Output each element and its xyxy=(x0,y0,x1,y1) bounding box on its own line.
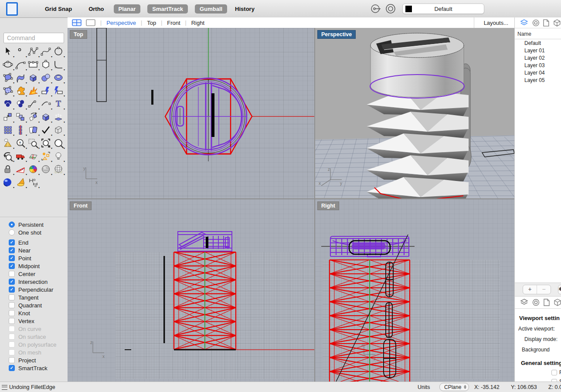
box-tool-icon[interactable]: ▾ xyxy=(27,72,40,84)
units-label[interactable]: Units xyxy=(418,384,430,390)
single-viewport-icon[interactable] xyxy=(86,19,95,26)
checkbox-icon[interactable]: ✓ xyxy=(9,263,15,269)
osnap-checkbox-point[interactable]: ✓Point xyxy=(0,254,68,262)
record-target-icon[interactable] xyxy=(385,3,396,14)
set-cplane-tool-icon[interactable]: ▾ xyxy=(27,150,40,163)
layer-row-layer-04[interactable]: Layer 04 xyxy=(515,69,561,76)
osnap-checkbox-center[interactable]: Center xyxy=(0,270,68,278)
viewport-front[interactable]: zx Front xyxy=(68,199,314,382)
flatten-row[interactable]: Fl xyxy=(551,369,561,375)
render-tool-icon[interactable]: ▾ xyxy=(2,177,14,189)
lights-tool-icon[interactable]: ▾ xyxy=(53,150,65,163)
key-icon[interactable] xyxy=(370,3,381,14)
active-layer-dropdown[interactable]: Default xyxy=(402,3,484,14)
linear-array-tool-icon[interactable]: ▾ xyxy=(15,124,27,136)
object-properties-panel-icon[interactable] xyxy=(553,19,561,27)
layer-row-layer-02[interactable]: Layer 02 xyxy=(515,54,561,61)
mesh-surface-tool-icon[interactable]: ▾ xyxy=(2,85,14,97)
status-menu-icon[interactable] xyxy=(2,385,7,390)
cplane-dropdown[interactable]: CPlane xyxy=(439,383,469,391)
document-panel-icon[interactable] xyxy=(544,299,550,306)
checkbox-icon[interactable] xyxy=(9,334,15,340)
layer-row-layer-03[interactable]: Layer 03 xyxy=(515,61,561,69)
osnap-radio-persistent[interactable]: Persistent xyxy=(0,221,68,228)
hide-objects-tool-icon[interactable]: ▾ xyxy=(2,137,14,150)
four-viewports-icon[interactable] xyxy=(72,19,82,26)
checkbox-icon[interactable] xyxy=(9,271,15,277)
surface-from-points-tool-icon[interactable]: ▾ xyxy=(2,72,14,84)
planar-toggle[interactable]: Planar xyxy=(114,4,141,14)
loft-tool-icon[interactable]: ▾ xyxy=(15,72,27,84)
osnap-checkbox-perpendicular[interactable]: ✓Perpendicular xyxy=(0,286,68,293)
checkbox-icon[interactable]: ✓ xyxy=(9,365,15,371)
gear-button[interactable]: ✱ xyxy=(558,285,561,294)
insert-block-tool-icon[interactable]: ▾ xyxy=(53,124,65,136)
sphere-tool-icon[interactable]: ▾ xyxy=(40,72,52,84)
select-tool-icon[interactable]: ▾ xyxy=(2,46,14,58)
command-input[interactable] xyxy=(3,33,64,43)
osnap-checkbox-end[interactable]: ✓End xyxy=(0,239,68,246)
split-tool-icon[interactable]: ▾ xyxy=(53,85,65,97)
zoom-window-tool-icon[interactable]: ▾ xyxy=(27,137,40,150)
object-properties-panel-icon[interactable] xyxy=(554,299,561,306)
viewport-top[interactable]: yx Top xyxy=(68,28,314,198)
display-panel-icon[interactable] xyxy=(532,299,540,306)
osnap-checkbox-on-curve[interactable]: On curve xyxy=(0,325,68,333)
osnap-checkbox-project[interactable]: Project xyxy=(0,356,68,364)
select-by-object-type-tool-icon[interactable]: ▾ xyxy=(40,150,52,163)
checkbox-icon[interactable] xyxy=(9,357,15,363)
grid-snap-toggle[interactable]: Grid Snap xyxy=(45,6,72,12)
spotlight-tool-icon[interactable]: ▾ xyxy=(15,177,27,189)
document-panel-icon[interactable] xyxy=(543,19,549,27)
tab-right[interactable]: Right xyxy=(191,20,204,26)
checkbox-icon[interactable] xyxy=(9,310,15,316)
interpolate-curve-tool-icon[interactable]: ▾ xyxy=(40,46,52,58)
osnap-checkbox-on-surface[interactable]: On surface xyxy=(0,333,68,341)
rotate-tool-icon[interactable]: ▾ xyxy=(27,111,40,123)
osnap-checkbox-quadrant[interactable]: Quadrant xyxy=(0,301,68,309)
osnap-checkbox-tangent[interactable]: Tangent xyxy=(0,293,68,301)
osnap-radio-one-shot[interactable]: One shot xyxy=(0,228,68,236)
viewport-top-label[interactable]: Top xyxy=(70,30,87,39)
torus-tool-icon[interactable]: ▾ xyxy=(53,72,65,84)
layer-row-layer-01[interactable]: Layer 01 xyxy=(515,47,561,54)
checkbox-icon[interactable] xyxy=(9,318,15,324)
copy-tool-icon[interactable]: ▾ xyxy=(15,111,27,123)
checkbox-icon[interactable]: ✓ xyxy=(9,255,15,261)
explode-tool-icon[interactable]: ▾ xyxy=(15,85,27,97)
zoom-extents-tool-icon[interactable]: ▾ xyxy=(53,137,65,150)
shaded-viewport-tool-icon[interactable]: ▾ xyxy=(40,164,52,176)
checkbox-icon[interactable]: ✓ xyxy=(9,239,15,245)
layers-panel-icon[interactable] xyxy=(520,19,528,27)
layer-row-default[interactable]: Default xyxy=(515,39,561,47)
color-wheel-tool-icon[interactable]: ▾ xyxy=(27,164,40,176)
viewport-front-label[interactable]: Front xyxy=(70,201,92,210)
ellipse-tool-icon[interactable]: ▾ xyxy=(2,59,14,71)
arc-tool-icon[interactable]: ▾ xyxy=(15,59,27,71)
circle-tool-icon[interactable]: ▾ xyxy=(53,46,65,58)
text-object-tool-icon[interactable]: T▾ xyxy=(53,98,65,110)
add-layer-button[interactable]: + xyxy=(523,285,537,294)
osnap-checkbox-on-mesh[interactable]: On mesh xyxy=(0,348,68,356)
tab-top[interactable]: Top xyxy=(147,20,156,26)
checkbox-icon[interactable] xyxy=(9,341,15,348)
layer-row-layer-05[interactable]: Layer 05 xyxy=(515,76,561,84)
blend-curve-tool-icon[interactable]: ▾ xyxy=(27,98,40,110)
viewport-right[interactable]: zy Right xyxy=(315,199,514,382)
orient-on-surface-tool-icon[interactable]: ▾ xyxy=(40,111,52,123)
polygon-tool-icon[interactable]: ▾ xyxy=(40,59,52,71)
undo-view-change-tool-icon[interactable]: ▾ xyxy=(2,150,14,163)
extend-curve-tool-icon[interactable]: ▾ xyxy=(40,98,52,110)
selection-filter-tool-icon[interactable]: ▾ xyxy=(40,124,52,136)
paste-tool-icon[interactable]: ▾ xyxy=(27,124,40,136)
zoom-selected-tool-icon[interactable]: ▾ xyxy=(40,137,52,150)
osnap-checkbox-intersection[interactable]: ✓Intersection xyxy=(0,278,68,286)
extrude-surface-tool-icon[interactable]: ▾ xyxy=(53,111,65,123)
ortho-toggle[interactable]: Ortho xyxy=(88,6,104,12)
point-tool-icon[interactable]: ▾ xyxy=(15,46,27,58)
osnap-checkbox-knot[interactable]: Knot xyxy=(0,309,68,317)
checkbox-icon[interactable] xyxy=(9,294,15,300)
layers-panel-icon[interactable] xyxy=(520,299,528,306)
display-panel-icon[interactable] xyxy=(532,19,540,27)
remove-layer-button[interactable]: − xyxy=(537,285,551,294)
